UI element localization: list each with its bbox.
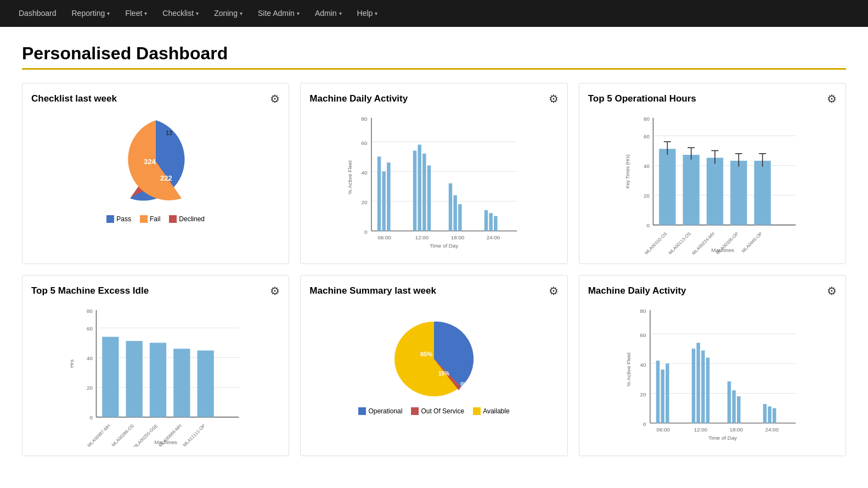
oos-label: 0%	[460, 381, 467, 386]
nav-checklist[interactable]: Checklist ▾	[155, 0, 206, 27]
caret-icon: ▾	[375, 0, 377, 27]
bar	[773, 408, 776, 423]
svg-text:80: 80	[362, 116, 368, 122]
nav-reporting[interactable]: Reporting ▾	[64, 0, 118, 27]
svg-text:80: 80	[640, 308, 646, 314]
legend-label-fail: Fail	[150, 215, 160, 223]
card-header: Top 5 Machine Excess Idle ⚙	[31, 284, 280, 298]
card-title: Checklist last week	[31, 93, 117, 104]
nav-fleet[interactable]: Fleet ▾	[117, 0, 155, 27]
bar-idle-5	[197, 351, 213, 417]
legend-color-declined	[169, 215, 177, 223]
gear-icon[interactable]: ⚙	[827, 92, 837, 105]
gear-icon[interactable]: ⚙	[549, 284, 559, 298]
svg-text:80: 80	[644, 116, 650, 122]
activity-svg-2: 0 20 40 60 80 % Active Fleet	[588, 304, 837, 447]
bar-2	[683, 155, 699, 225]
legend-operational: Operational	[358, 407, 402, 415]
nav-site-admin[interactable]: Site Admin ▾	[250, 0, 307, 27]
bar	[458, 204, 462, 231]
bar	[763, 404, 766, 423]
bar	[494, 216, 498, 231]
bar	[737, 396, 741, 423]
svg-text:MLA00987-MH: MLA00987-MH	[87, 423, 111, 447]
gear-icon[interactable]: ⚙	[270, 284, 280, 298]
card-machine-daily-activity-2: Machine Daily Activity ⚙ 0 20 40 60	[579, 275, 846, 456]
svg-text:0: 0	[89, 414, 93, 420]
pass-label: 324	[144, 158, 156, 166]
legend-color-oos	[411, 407, 419, 415]
svg-text:20: 20	[640, 391, 646, 397]
legend-label-declined: Declined	[179, 215, 205, 223]
excess-idle-svg: 0 20 40 60 80 Hrs MLA00987-MH MLA00286-O…	[31, 304, 280, 447]
bar	[691, 349, 695, 423]
nav-dashboard[interactable]: Dashboard	[11, 0, 64, 27]
svg-text:Hrs: Hrs	[69, 360, 75, 368]
bar	[768, 406, 771, 423]
bar	[413, 150, 417, 231]
bar	[454, 195, 458, 231]
bar	[382, 171, 386, 231]
card-checklist-last-week: Checklist last week ⚙ 324 222 13	[22, 83, 289, 264]
legend-label-available: Available	[483, 407, 509, 415]
activity-chart-2: 0 20 40 60 80 % Active Fleet	[588, 304, 837, 447]
operational-chart: 0 20 40 60 80 Key Times (Hrs)	[588, 112, 837, 255]
bar	[656, 361, 660, 423]
dashboard-grid: Checklist last week ⚙ 324 222 13	[22, 83, 846, 456]
nav-zoning[interactable]: Zoning ▾	[206, 0, 250, 27]
bar-idle-1	[102, 337, 119, 417]
svg-text:MLA00102-OS: MLA00102-OS	[644, 231, 668, 255]
card-title: Machine Daily Activity	[309, 93, 408, 104]
svg-text:MLA0445-OP: MLA0445-OP	[741, 231, 763, 254]
nav-help[interactable]: Help ▾	[350, 0, 386, 27]
bar-idle-4	[173, 349, 190, 417]
bar	[696, 343, 700, 423]
bar	[489, 213, 493, 231]
caret-icon: ▾	[240, 0, 243, 27]
svg-text:MLA00113-OS: MLA00113-OS	[667, 231, 692, 255]
bar	[732, 390, 736, 423]
card-header: Machine Summary last week ⚙	[309, 284, 558, 298]
bar-4	[730, 161, 747, 225]
gear-icon[interactable]: ⚙	[270, 92, 280, 105]
checklist-chart: 324 222 13 Pass Fail Declined	[31, 112, 280, 255]
nav-admin[interactable]: Admin ▾	[307, 0, 350, 27]
svg-text:MLA11111-OP: MLA11111-OP	[182, 423, 206, 447]
gear-icon[interactable]: ⚙	[827, 284, 837, 298]
legend-fail: Fail	[140, 215, 160, 223]
svg-text:60: 60	[362, 140, 368, 146]
caret-icon: ▾	[196, 0, 199, 27]
bar	[449, 183, 453, 231]
bar	[666, 363, 669, 423]
navigation: Dashboard Reporting ▾ Fleet ▾ Checklist …	[0, 0, 868, 27]
svg-text:40: 40	[644, 163, 650, 169]
svg-text:60: 60	[87, 326, 93, 332]
legend-label-operational: Operational	[368, 407, 402, 415]
card-machine-summary-last-week: Machine Summary last week ⚙ 85% 15%	[300, 275, 567, 456]
gear-icon[interactable]: ⚙	[549, 92, 559, 105]
caret-icon: ▾	[144, 0, 147, 27]
fail-label: 13	[166, 130, 172, 136]
bar	[377, 156, 381, 231]
declined-label: 222	[160, 174, 172, 182]
page-divider	[22, 68, 846, 70]
bar	[484, 210, 488, 231]
svg-text:80: 80	[87, 308, 93, 314]
card-machine-daily-activity-1: Machine Daily Activity ⚙ 0 20 40 60	[300, 83, 567, 264]
svg-text:% Active Fleet: % Active Fleet	[347, 160, 353, 194]
summary-legend: Operational Out Of Service Available	[358, 407, 509, 415]
legend-color-available	[473, 407, 481, 415]
bar-idle-3	[150, 343, 166, 417]
caret-icon: ▾	[339, 0, 342, 27]
card-header: Machine Daily Activity ⚙	[588, 284, 837, 298]
card-title: Top 5 Operational Hours	[588, 93, 696, 104]
svg-text:18:00: 18:00	[451, 234, 465, 240]
legend-declined: Declined	[169, 215, 205, 223]
legend-color-fail	[140, 215, 148, 223]
svg-text:Time of Day: Time of Day	[430, 243, 458, 249]
svg-text:60: 60	[644, 133, 650, 139]
card-title: Machine Daily Activity	[588, 285, 686, 296]
summary-chart: 85% 15% 0% Operational Out Of Service	[309, 304, 558, 447]
bar	[427, 166, 431, 231]
svg-text:60: 60	[640, 332, 646, 338]
